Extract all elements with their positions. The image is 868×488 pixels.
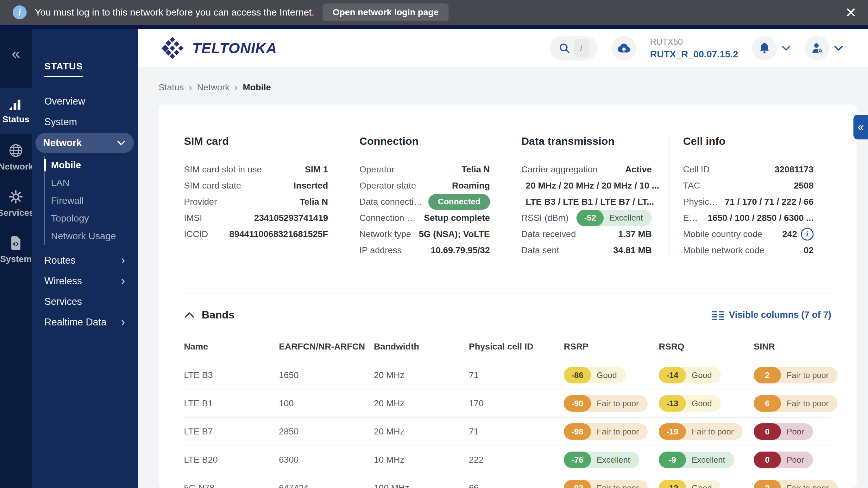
rsrp-badge: -76Excellent	[564, 452, 639, 468]
panel-row-value: 242i	[782, 228, 813, 240]
panel-title: SIM card	[184, 135, 328, 147]
sinr-value-pill: 6	[754, 395, 781, 412]
column-header-physical-cell-id: Physical cell ID	[469, 342, 564, 352]
panel-row-label: Cell ID	[683, 165, 710, 175]
user-gear-icon	[810, 41, 824, 55]
cloud-rms-button[interactable]	[612, 36, 636, 60]
panel-row-value-text: 71 / 170 / 71 / 222 / 66	[725, 197, 813, 207]
panel-row-value-text: 242	[782, 229, 797, 239]
sidebar-item-realtime-data[interactable]: Realtime Data›	[37, 312, 133, 333]
cell-earfcn: 2850	[279, 427, 374, 437]
panel-title: Cell info	[683, 135, 813, 147]
sidebar-subitem-lan[interactable]: LAN	[51, 174, 133, 192]
cell-sinr: 2Fair to poor	[754, 367, 838, 383]
notifications-button[interactable]	[752, 36, 777, 60]
panel-row: Mobile country code242i	[683, 226, 813, 242]
breadcrumb-item-status[interactable]: Status	[159, 82, 184, 92]
rsrq-badge: -13Good	[659, 395, 721, 412]
panel-row-value: 71 / 170 / 71 / 222 / 66	[725, 197, 813, 207]
info-icon[interactable]: i	[801, 228, 813, 240]
sidebar-subitem-network-usage[interactable]: Network Usage	[51, 227, 133, 245]
cell-sinr: 6Fair to poor	[754, 395, 838, 412]
panel-row-value: 20 MHz / 20 MHz / 20 MHz / 10 ...	[526, 181, 659, 191]
sinr-value-pill: 0	[754, 452, 781, 468]
sidebar-subitem-topology[interactable]: Topology	[51, 209, 133, 227]
column-header-sinr: SINR	[754, 342, 831, 352]
rsrq-badge: -9Excellent	[659, 452, 734, 468]
user-settings-button[interactable]	[805, 36, 829, 60]
rsrq-rating-label: Good	[686, 370, 721, 380]
cell-rsrq: -13Good	[659, 395, 754, 412]
bell-icon	[758, 41, 771, 55]
panel-row-value-text: 34.81 MB	[613, 245, 651, 255]
panel-row: IMSI234105293741419	[184, 210, 328, 226]
chevron-right-icon: ›	[121, 254, 125, 267]
search-input[interactable]: /	[550, 36, 598, 60]
rail-item-services[interactable]: Services	[0, 181, 32, 227]
column-header-bandwidth: Bandwidth	[374, 342, 469, 352]
panel-row-label: Operator	[359, 165, 395, 175]
notifications-menu[interactable]	[752, 36, 791, 60]
panel-row-value-text: Roaming	[452, 181, 490, 191]
panel-row-label: Data connection state	[359, 197, 424, 207]
sidebar-item-network[interactable]: Network	[35, 133, 134, 153]
rsrp-value-pill: -98	[564, 423, 591, 440]
sidebar-item-label: Network	[43, 137, 82, 149]
panel-row: Connecte...LTE B3 / LTE B1 / LTE B7 / LT…	[521, 194, 652, 210]
gear-icon	[8, 190, 23, 204]
sinr-rating-label: Fair to poor	[781, 483, 838, 488]
sinr-rating-label: Poor	[781, 427, 813, 437]
bands-collapse-chevron-icon[interactable]	[184, 312, 195, 318]
firmware-version-link[interactable]: RUTX_R_00.07.15.2	[650, 49, 739, 60]
cell-bandwidth: 20 MHz	[374, 370, 469, 380]
expand-panel-tab[interactable]: «	[854, 115, 868, 139]
sidebar-item-overview[interactable]: Overview	[37, 91, 133, 112]
sidebar-item-routes[interactable]: Routes›	[37, 250, 133, 270]
sidebar-subitem-firewall[interactable]: Firewall	[51, 192, 133, 209]
rsrp-rating-label: Fair to poor	[591, 399, 648, 408]
rsrq-badge: -19Fair to poor	[659, 423, 743, 440]
rail-item-network[interactable]: Network	[0, 134, 32, 181]
open-network-login-button[interactable]: Open network login page	[322, 3, 448, 21]
sidebar-item-system[interactable]: System	[37, 112, 133, 132]
panel-row-label: RSSI (dBm)	[521, 213, 568, 223]
cell-rsrq: -14Good	[659, 367, 754, 383]
logo-wordmark: TELTONIKA	[192, 39, 277, 57]
user-menu[interactable]	[805, 36, 843, 60]
cell-bandwidth: 20 MHz	[374, 427, 469, 437]
panel-row: Band...20 MHz / 20 MHz / 20 MHz / 10 ...	[521, 177, 652, 194]
panel-row: Data sent34.81 MB	[521, 242, 652, 258]
top-header: TELTONIKA / RUTX50	[138, 29, 868, 67]
sinr-value-pill: 2	[754, 367, 781, 383]
panel-row: RSSI (dBm)-52Excellent	[521, 210, 652, 226]
rail-item-system[interactable]: System	[0, 227, 32, 273]
cell-sinr: 0Poor	[754, 423, 831, 440]
bands-table-header: NameEARFCN/NR-ARFCNBandwidthPhysical cel…	[184, 333, 831, 361]
teltonika-logo[interactable]: TELTONIKA	[159, 36, 277, 60]
rail-item-status[interactable]: Status	[0, 88, 32, 134]
rail-item-label: Network	[0, 162, 33, 172]
banner-close-icon[interactable]: ✕	[845, 6, 857, 20]
panel-row-label: IMSI	[184, 213, 202, 223]
breadcrumb-chevron-icon: ›	[189, 82, 192, 93]
sidebar-collapse-button[interactable]: «	[10, 46, 22, 61]
device-model: RUTX50	[650, 37, 739, 47]
visible-columns-button[interactable]: Visible columns (7 of 7)	[711, 310, 831, 320]
panel-row-value: 1650 / 100 / 2850 / 6300 ...	[708, 213, 813, 223]
panel-row-value: 2508	[794, 181, 813, 191]
sidebar-subitem-mobile[interactable]: Mobile	[51, 156, 133, 174]
sidebar-item-wireless[interactable]: Wireless›	[37, 270, 133, 291]
panel-row-value: Telia N	[462, 165, 490, 175]
banner-message: You must log in to this network before y…	[35, 7, 314, 18]
panel-row-label: Data received	[521, 229, 576, 239]
panel-sim-card: SIM cardSIM card slot in useSIM 1SIM car…	[184, 135, 346, 258]
sidebar-item-label: Wireless	[44, 276, 82, 287]
rsrp-badge: -98Fair to poor	[564, 423, 648, 440]
panel-row: IP address10.69.79.95/32	[359, 242, 490, 258]
rsrq-rating-label: Fair to poor	[686, 427, 743, 437]
sidebar-item-services[interactable]: Services	[37, 291, 133, 312]
rsrp-rating-label: Fair to poor	[591, 483, 648, 488]
panel-row-value-text: 10.69.79.95/32	[431, 245, 490, 255]
cell-sinr: 0Poor	[754, 452, 831, 468]
breadcrumb-item-network[interactable]: Network	[197, 82, 229, 92]
